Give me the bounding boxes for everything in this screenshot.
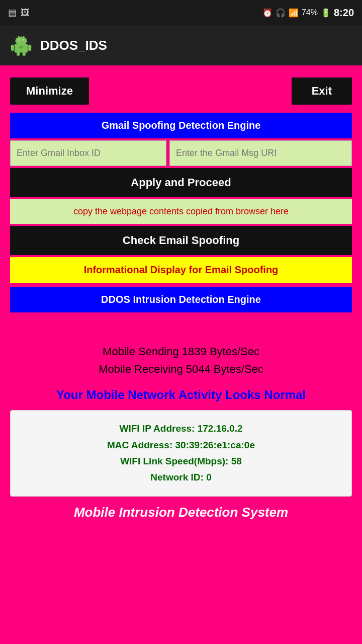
battery-percent: 74%: [302, 8, 318, 17]
wifi-speed: WIFI Link Speed(Mbps): 58: [21, 453, 341, 469]
mobile-receiving: Mobile Receiving 5044 Bytes/Sec: [10, 360, 352, 378]
svg-point-8: [18, 36, 19, 37]
app-icon: [10, 34, 32, 56]
svg-point-4: [19, 40, 20, 41]
copy-area[interactable]: copy the webpage contents copied from br…: [10, 199, 352, 224]
svg-rect-10: [11, 45, 14, 51]
headset-icon: 🎧: [276, 8, 286, 18]
svg-rect-12: [17, 52, 20, 56]
network-info-box: WIFI IP Address: 172.16.0.2 MAC Address:…: [10, 410, 352, 496]
check-email-button[interactable]: Check Email Spoofing: [10, 226, 352, 255]
wifi-ip: WIFI IP Address: 172.16.0.2: [21, 421, 341, 437]
mobile-sending: Mobile Sending 1839 Bytes/Sec: [10, 343, 352, 360]
action-buttons-row: Minimize Exit: [10, 77, 352, 105]
info-display: Informational Display for Email Spoofing: [10, 257, 352, 283]
svg-rect-16: [20, 46, 22, 48]
signal-icon: 📶: [289, 8, 299, 18]
gmail-inbox-input[interactable]: [10, 140, 166, 166]
alarm-icon: ⏰: [262, 8, 273, 18]
exit-button[interactable]: Exit: [292, 77, 352, 105]
image-icon: 🖼: [21, 8, 30, 18]
app-title: DDOS_IDS: [40, 38, 107, 53]
network-status: Your Mobile Network Activity Looks Norma…: [10, 388, 352, 402]
minimize-button[interactable]: Minimize: [10, 77, 89, 105]
svg-point-1: [16, 36, 27, 45]
notification-icon: ▤: [8, 7, 17, 18]
input-row: [10, 140, 352, 166]
network-stats: Mobile Sending 1839 Bytes/Sec Mobile Rec…: [10, 343, 352, 378]
apply-proceed-button[interactable]: Apply and Proceed: [10, 168, 352, 197]
status-bar: ▤ 🖼 ⏰ 🎧 📶 74% 🔋 8:20: [0, 0, 362, 25]
main-content: Minimize Exit Gmail Spoofing Detection E…: [0, 65, 362, 540]
footer-title: Mobile Intrusion Detection System: [10, 505, 352, 530]
app-bar: DDOS_IDS: [0, 25, 362, 65]
network-id: Network ID: 0: [21, 469, 341, 486]
battery-icon: 🔋: [321, 8, 331, 18]
svg-rect-11: [28, 45, 31, 51]
ddos-section-header: DDOS Intrusion Detection Engine: [10, 287, 352, 312]
svg-point-9: [23, 36, 25, 37]
mac-address: MAC Address: 30:39:26:e1:ca:0e: [21, 437, 341, 453]
gmail-section-header: Gmail Spoofing Detection Engine: [10, 113, 352, 138]
network-status-text: Your Mobile Network Activity Looks Norma…: [56, 388, 306, 401]
gmail-msg-input[interactable]: [169, 140, 352, 166]
svg-point-5: [23, 40, 24, 41]
time-display: 8:20: [334, 7, 354, 19]
svg-rect-13: [23, 52, 26, 56]
